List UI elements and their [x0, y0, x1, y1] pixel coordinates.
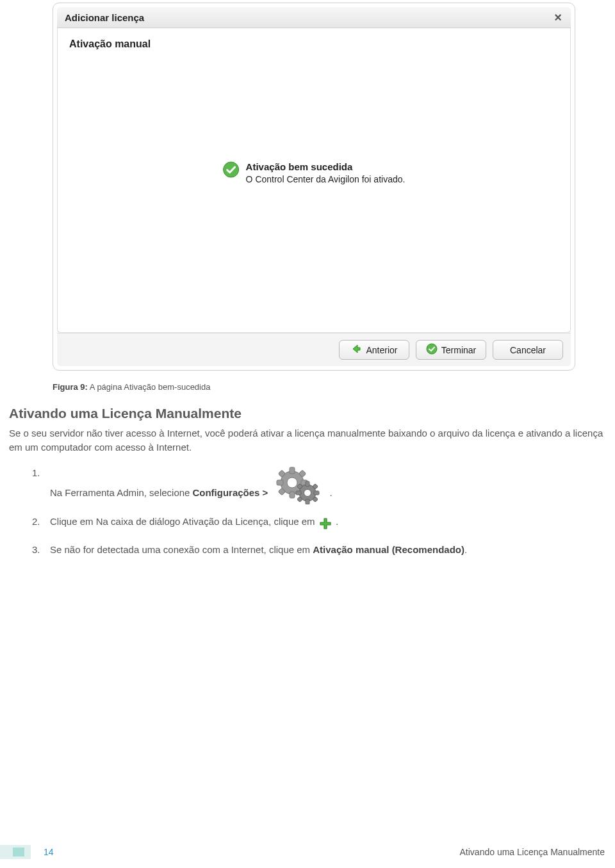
step3-text-c: . [464, 544, 467, 555]
cancel-button-label: Cancelar [510, 345, 546, 355]
step3-bold: Ativação manual (Recomendado) [313, 544, 464, 555]
arrow-left-icon [350, 343, 362, 357]
step-1: Na Ferramenta Admin, selecione Configura… [9, 466, 606, 501]
back-button[interactable]: Anterior [339, 340, 409, 360]
finish-button-label: Terminar [441, 345, 476, 355]
activation-success-block: Ativação bem sucedida O Control Center d… [223, 161, 406, 185]
plus-icon [319, 517, 332, 530]
dialog-container: Adicionar licença × Ativação manual Ativ… [53, 3, 575, 371]
section-lead-paragraph: Se o seu servidor não tiver acesso à Int… [9, 426, 606, 454]
success-check-icon [223, 161, 240, 178]
page-number: 14 [44, 847, 54, 857]
activation-success-text: Ativação bem sucedida O Control Center d… [246, 161, 406, 185]
dialog-body: Ativação manual Ativação bem sucedida O … [57, 28, 571, 333]
check-circle-icon [426, 343, 438, 357]
dialog-title: Adicionar licença [65, 12, 144, 23]
step-3: Se não for detectada uma conexão com a I… [9, 543, 606, 558]
step1-text-c: . [329, 486, 332, 501]
gear-icon [273, 466, 324, 504]
dialog-titlebar: Adicionar licença × [57, 7, 571, 28]
back-button-label: Anterior [366, 345, 397, 355]
svg-point-11 [287, 478, 297, 488]
section-heading: Ativando uma Licença Manualmente [9, 406, 606, 421]
svg-rect-16 [314, 491, 319, 495]
figure-text: A página Ativação bem-sucedida [90, 382, 211, 392]
step3-text-a: Se não for detectada uma conexão com a I… [50, 544, 313, 555]
svg-point-1 [427, 344, 437, 354]
figure-caption: Figura 9: A página Ativação bem-sucedida [53, 382, 606, 392]
close-icon[interactable]: × [552, 11, 564, 24]
page-footer: 14 Ativando uma Licença Manualmente [0, 845, 615, 859]
dialog-footer: Anterior Terminar Cancelar [57, 333, 571, 366]
step-2: Clique em Na caixa de diálogo Ativação d… [9, 515, 606, 529]
dialog-subtitle: Ativação manual [69, 38, 559, 50]
step2-text-a: Clique em Na caixa de diálogo Ativação d… [50, 516, 318, 527]
steps-list: Na Ferramenta Admin, selecione Configura… [9, 466, 606, 558]
svg-rect-4 [290, 492, 295, 498]
success-title: Ativação bem sucedida [246, 161, 406, 172]
svg-rect-13 [306, 481, 309, 486]
svg-rect-14 [306, 499, 309, 504]
step2-text-b: . [336, 516, 338, 527]
step1-bold: Configurações > [192, 486, 268, 501]
svg-rect-15 [296, 491, 301, 495]
footer-section-name: Ativando uma Licença Manualmente [460, 847, 605, 857]
finish-button[interactable]: Terminar [416, 340, 486, 360]
svg-point-21 [304, 489, 311, 496]
success-message: O Control Center da Avigilon foi ativado… [246, 174, 406, 184]
figure-label: Figura 9: [53, 382, 88, 392]
svg-point-0 [224, 162, 239, 177]
svg-rect-3 [290, 467, 295, 474]
footer-decoration [0, 845, 31, 859]
step1-text-a: Na Ferramenta Admin, selecione [50, 486, 190, 501]
svg-rect-5 [277, 480, 283, 485]
cancel-button[interactable]: Cancelar [493, 340, 563, 360]
dialog: Adicionar licença × Ativação manual Ativ… [57, 7, 571, 366]
